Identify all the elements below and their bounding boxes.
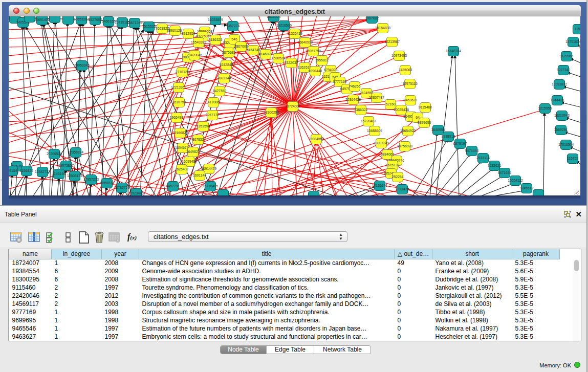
svg-text:1610752: 1610752	[172, 100, 186, 104]
svg-text:1244415: 1244415	[551, 98, 564, 102]
svg-text:12975115: 12975115	[402, 82, 418, 85]
svg-text:9777169: 9777169	[333, 80, 347, 83]
svg-text:1588520: 1588520	[272, 56, 286, 60]
svg-text:19756928: 19756928	[397, 144, 412, 148]
svg-text:8186323: 8186323	[209, 38, 223, 41]
svg-text:19166825: 19166825	[172, 131, 188, 135]
svg-text:3875685: 3875685	[222, 51, 236, 54]
svg-text:17957273: 17957273	[83, 178, 99, 181]
svg-text:11923446: 11923446	[128, 191, 144, 195]
svg-text:10653287: 10653287	[74, 17, 89, 21]
svg-text:8938913: 8938913	[442, 135, 455, 138]
svg-text:23420046: 23420046	[187, 53, 202, 57]
svg-text:8912954: 8912954	[182, 32, 195, 35]
svg-text:1965493: 1965493	[170, 116, 184, 119]
svg-text:19384554: 19384554	[309, 137, 324, 141]
svg-text:16543382: 16543382	[191, 40, 206, 44]
svg-text:9457791: 9457791	[166, 184, 180, 188]
svg-text:7515526: 7515526	[142, 25, 156, 28]
svg-text:1362615: 1362615	[298, 65, 312, 69]
svg-text:2933114: 2933114	[476, 156, 490, 160]
svg-text:18724007: 18724007	[285, 104, 300, 108]
svg-text:16782759: 16782759	[114, 186, 129, 189]
svg-text:17359924: 17359924	[68, 150, 83, 154]
svg-text:16648784: 16648784	[446, 49, 461, 53]
svg-text:10025438: 10025438	[394, 108, 409, 112]
svg-text:6466160: 6466160	[102, 19, 116, 23]
svg-text:2803144: 2803144	[217, 76, 231, 80]
svg-text:15716485: 15716485	[203, 184, 218, 188]
svg-text:9129966: 9129966	[560, 54, 574, 58]
svg-text:1733426: 1733426	[396, 187, 409, 191]
svg-text:7485063: 7485063	[399, 68, 412, 72]
svg-text:252254: 252254	[392, 175, 404, 179]
svg-text:9242848: 9242848	[220, 63, 233, 67]
svg-text:7625402: 7625402	[175, 167, 189, 171]
svg-text:11325419: 11325419	[287, 32, 302, 35]
svg-text:746266: 746266	[349, 84, 361, 88]
svg-text:2867608: 2867608	[234, 45, 248, 48]
svg-text:9227342: 9227342	[557, 68, 571, 72]
svg-text:12093872: 12093872	[552, 82, 567, 86]
svg-text:18807249: 18807249	[374, 141, 389, 145]
svg-text:16914479: 16914479	[201, 167, 216, 170]
svg-text:1615132: 1615132	[386, 163, 400, 167]
svg-text:9463627: 9463627	[404, 98, 418, 102]
svg-text:6794028: 6794028	[324, 68, 338, 72]
svg-text:20364436: 20364436	[345, 98, 361, 101]
svg-text:3267130: 3267130	[206, 113, 220, 117]
svg-text:62160: 62160	[386, 102, 396, 106]
svg-text:1151: 1151	[575, 27, 580, 31]
svg-text:9474444: 9474444	[465, 149, 479, 152]
svg-text:17016504: 17016504	[558, 143, 574, 146]
svg-text:12342737: 12342737	[35, 170, 50, 173]
svg-text:8813054: 8813054	[267, 16, 281, 18]
svg-text:8471636: 8471636	[498, 171, 512, 174]
svg-text:12505135: 12505135	[67, 174, 82, 178]
svg-text:2718126: 2718126	[176, 70, 189, 74]
svg-text:12213967: 12213967	[384, 40, 400, 43]
svg-text:1691144: 1691144	[193, 173, 206, 177]
svg-text:116753: 116753	[567, 157, 578, 160]
svg-text:64: 64	[416, 116, 420, 119]
svg-text:6990448: 6990448	[309, 69, 322, 73]
svg-text:8322037: 8322037	[285, 61, 298, 64]
svg-text:7663822: 7663822	[156, 27, 169, 30]
svg-text:29053346: 29053346	[74, 63, 90, 67]
svg-text:1640954: 1640954	[431, 128, 445, 132]
svg-text:10807487: 10807487	[369, 96, 384, 99]
svg-text:7955812: 7955812	[315, 58, 329, 62]
svg-text:16671355: 16671355	[127, 21, 142, 25]
svg-text:417006: 417006	[208, 100, 220, 104]
svg-text:3215955: 3215955	[538, 106, 552, 110]
svg-text:1353594: 1353594	[197, 124, 210, 128]
svg-text:16154838: 16154838	[375, 26, 390, 30]
svg-text:12213369: 12213369	[171, 85, 186, 89]
svg-text:16033809: 16033809	[208, 18, 223, 21]
svg-text:10688609: 10688609	[367, 129, 382, 133]
svg-text:867833: 867833	[192, 138, 204, 141]
svg-text:1527602: 1527602	[89, 18, 102, 21]
svg-text:546: 546	[231, 37, 237, 41]
svg-text:9899695: 9899695	[418, 121, 431, 124]
svg-text:9884067: 9884067	[381, 152, 395, 156]
svg-text:9327505: 9327505	[196, 34, 210, 38]
svg-text:10973493: 10973493	[391, 54, 407, 57]
svg-text:15751074: 15751074	[565, 40, 580, 43]
svg-text:2987682: 2987682	[365, 16, 379, 20]
svg-text:7357274: 7357274	[226, 24, 240, 28]
svg-text:16961758: 16961758	[306, 49, 321, 53]
svg-text:1649822: 1649822	[186, 150, 200, 154]
svg-text:16640910: 16640910	[297, 40, 313, 44]
svg-text:7386322: 7386322	[354, 108, 368, 112]
svg-text:19654923: 19654923	[400, 129, 416, 133]
svg-text:15720407: 15720407	[361, 119, 376, 123]
svg-text:10654112: 10654112	[508, 179, 523, 182]
svg-text:8427552: 8427552	[213, 89, 227, 93]
svg-text:19218506: 19218506	[276, 24, 292, 27]
svg-text:19975857: 19975857	[58, 164, 74, 167]
svg-text:20206536: 20206536	[47, 152, 62, 156]
svg-text:9245612: 9245612	[520, 186, 534, 190]
svg-text:10958187: 10958187	[99, 181, 115, 185]
svg-text:8960126: 8960126	[168, 29, 182, 32]
